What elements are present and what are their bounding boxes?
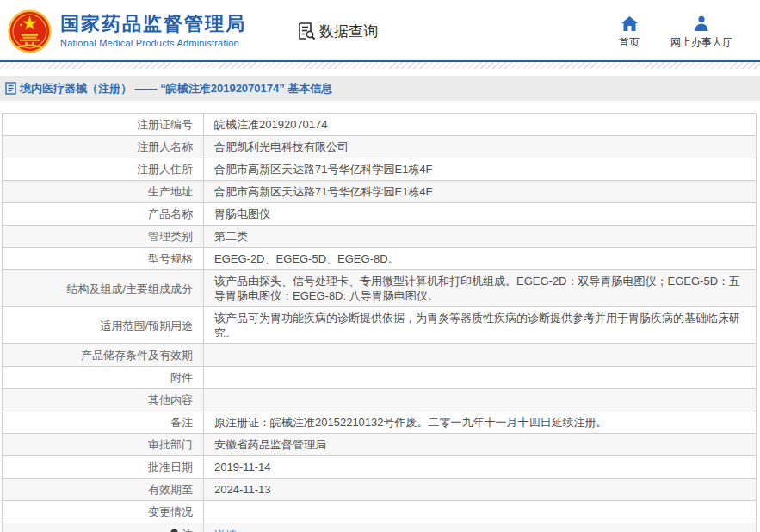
row-value: 合肥市高新区天达路71号华亿科学园E1栋4F [204,158,757,181]
row-label-text: 审批部门 [148,437,193,452]
lamp-icon [170,529,179,532]
data-query-link[interactable]: 数据查询 [296,21,378,41]
row-label-text: 管理类别 [148,229,193,244]
table-row: 变更情况 [3,501,757,523]
row-value [204,501,757,523]
national-emblem-logo [7,9,53,54]
registration-info-table: 注册证编号皖械注准20192070174注册人名称合肥凯利光电科技有限公司注册人… [2,113,757,532]
row-label-text: 结构及组成/主要组成成分 [66,281,193,296]
row-label-text: 备注 [170,415,193,430]
detail-link[interactable]: 详情 [214,529,237,532]
home-icon [621,15,638,31]
header: 国家药品监督管理局 National Medical Products Admi… [0,0,760,60]
hatched-strip [0,62,760,69]
row-label-text: 附件 [170,370,193,385]
row-label: 适用范围/预期用途 [3,307,204,344]
row-value-text: 该产品可为胃功能疾病的诊断提供依据，为胃炎等器质性疾病的诊断提供参考并用于胃肠疾… [214,312,740,339]
row-value-text: 2019-11-14 [214,461,271,473]
table-row: 附件 [3,367,757,389]
info-table-body: 注册证编号皖械注准20192070174注册人名称合肥凯利光电科技有限公司注册人… [3,114,757,532]
nav-home-label: 首页 [619,35,640,50]
row-label: 结构及组成/主要组成成分 [3,270,204,307]
row-label-text: 注册人名称 [137,139,193,154]
row-value: 第二类 [204,226,757,248]
table-row: 生产地址合肥市高新区天达路71号华亿科学园E1栋4F [3,181,757,203]
row-label: 批准日期 [3,456,204,479]
agency-name: 国家药品监督管理局 [60,13,246,35]
row-label: 变更情况 [3,501,204,523]
row-value-text: 原注册证：皖械注准20152210132号作废。二零一九年十一月十四日延续注册。 [214,416,608,429]
row-value-text: 第二类 [214,230,248,243]
table-row: 其他内容 [3,389,757,411]
row-value [204,344,757,367]
row-value: 合肥凯利光电科技有限公司 [204,136,757,158]
row-value: 该产品由探头、信号处理卡、专用微型计算机和打印机组成。EGEG-2D：双导胃肠电… [204,270,757,307]
row-value: 胃肠电图仪 [204,203,757,226]
nav-item-service-hall[interactable]: 网上办事大厅 [670,15,732,50]
header-nav: 首页 网上办事大厅 [619,10,751,50]
row-label: 生产地址 [3,181,204,203]
table-row: 注册人名称合肥凯利光电科技有限公司 [3,136,757,158]
row-label-text: 注册人住所 [137,162,193,176]
row-value: 合肥市高新区天达路71号华亿科学园E1栋4F [204,181,757,203]
row-label-text: 产品名称 [148,207,193,221]
row-label-text: 注册证编号 [137,117,193,132]
row-label: 注册证编号 [3,114,204,136]
row-label-text: 产品储存条件及有效期 [81,348,193,362]
table-row: 注详情 [3,523,757,532]
row-value-text: 合肥市高新区天达路71号华亿科学园E1栋4F [214,185,433,198]
table-row: 产品名称胃肠电图仪 [3,203,757,226]
breadcrumb: 境内医疗器械（注册） —— “皖械注准20192070174” 基本信息 [0,76,760,101]
row-value [204,367,757,389]
table-row: 审批部门安徽省药品监督管理局 [3,434,757,456]
row-value: 2024-11-13 [204,479,757,501]
row-value: 皖械注准20192070174 [204,114,757,136]
row-value-text: EGEG-2D、EGEG-5D、EGEG-8D。 [214,252,399,265]
row-value: EGEG-2D、EGEG-5D、EGEG-8D。 [204,248,757,270]
row-label: 注册人名称 [3,136,204,158]
row-label: 审批部门 [3,434,204,456]
row-value [204,389,757,411]
row-label: 有效期至 [3,479,204,501]
person-icon [694,15,709,31]
row-value-text: 胃肠电图仪 [214,207,270,220]
row-value: 安徽省药品监督管理局 [204,434,757,456]
row-label-text: 其他内容 [148,393,193,407]
row-value-text: 合肥凯利光电科技有限公司 [214,140,349,153]
row-value-text: 皖械注准20192070174 [214,118,328,131]
table-row: 注册人住所合肥市高新区天达路71号华亿科学园E1栋4F [3,158,757,181]
row-label: 产品名称 [3,203,204,226]
row-value: 该产品可为胃功能疾病的诊断提供依据，为胃炎等器质性疾病的诊断提供参考并用于胃肠疾… [204,307,757,344]
nav-service-hall-label: 网上办事大厅 [670,35,732,50]
table-row: 管理类别第二类 [3,226,757,248]
table-row: 适用范围/预期用途该产品可为胃功能疾病的诊断提供依据，为胃炎等器质性疾病的诊断提… [3,307,757,344]
page-title: 境内医疗器械（注册） —— “皖械注准20192070174” 基本信息 [20,81,332,96]
row-label-text: 适用范围/预期用途 [100,319,193,333]
row-value: 详情 [204,523,757,532]
row-value: 2019-11-14 [204,456,757,479]
table-row: 型号规格EGEG-2D、EGEG-5D、EGEG-8D。 [3,248,757,270]
table-row: 批准日期2019-11-14 [3,456,757,479]
row-label-text: 有效期至 [148,482,193,497]
row-label-text: 注 [182,527,193,532]
row-label: 型号规格 [3,248,204,270]
row-label-text: 批准日期 [148,460,193,474]
nav-item-home[interactable]: 首页 [619,15,640,50]
row-label: 产品储存条件及有效期 [3,344,204,367]
table-row: 备注原注册证：皖械注准20152210132号作废。二零一九年十一月十四日延续注… [3,411,757,434]
row-label-text: 生产地址 [148,184,193,199]
row-label: 其他内容 [3,389,204,411]
row-label: 注 [3,523,204,532]
row-value-text: 合肥市高新区天达路71号华亿科学园E1栋4F [214,163,433,176]
agency-name-en: National Medical Products Administration [60,38,246,48]
agency-branding: 国家药品监督管理局 National Medical Products Admi… [60,13,246,48]
table-row: 有效期至2024-11-13 [3,479,757,501]
table-row: 产品储存条件及有效期 [3,344,757,367]
row-label: 备注 [3,411,204,434]
row-label: 注册人住所 [3,158,204,181]
row-label: 管理类别 [3,226,204,248]
table-row: 注册证编号皖械注准20192070174 [3,114,757,136]
table-row: 结构及组成/主要组成成分该产品由探头、信号处理卡、专用微型计算机和打印机组成。E… [3,270,757,307]
row-label-text: 变更情况 [148,504,193,519]
document-icon [5,82,16,95]
